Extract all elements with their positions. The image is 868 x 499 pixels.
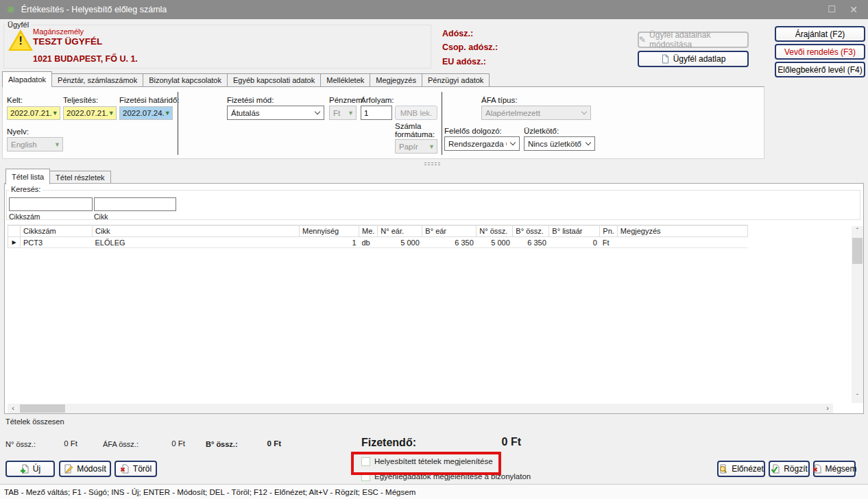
exchange-rate-input[interactable] — [361, 106, 392, 120]
tab-bizonylat-kapcsolatok[interactable]: Bizonylat kapcsolatok — [143, 73, 228, 87]
items-table-header-row: Cikkszám Cikk Mennyiség Me. N° eár. B° e… — [8, 226, 748, 237]
scroll-down-icon[interactable]: ˇ — [852, 392, 863, 403]
maximize-button[interactable]: ☐ — [823, 3, 841, 16]
tab-penzugyi-adatok[interactable]: Pénzügyi adatok — [422, 73, 490, 87]
search-cikk-label: Cikk — [94, 212, 108, 221]
advance-request-letter-button[interactable]: Előlegbekérő levél (F4) — [775, 62, 865, 77]
close-button[interactable]: ✕ — [845, 3, 863, 16]
customer-name: TESZT ÜGYFÉL — [33, 36, 102, 47]
customer-type: Magánszemély — [33, 27, 84, 36]
customer-datasheet-button[interactable]: Ügyfél adatlap — [638, 51, 749, 67]
search-cikkszam-label: Cikkszám — [9, 212, 40, 221]
tab-egyeb-kapcsolati-adatok[interactable]: Egyéb kapcsolati adatok — [227, 73, 321, 87]
column-header[interactable]: Cikk — [93, 226, 300, 237]
horizontal-scrollbar-thumb[interactable] — [20, 404, 65, 413]
edit-icon — [64, 464, 73, 474]
cancel-button[interactable]: Mégsem — [813, 461, 856, 477]
dropdown-arrow-icon: ▼ — [165, 110, 171, 117]
vertical-scrollbar-thumb[interactable] — [852, 238, 863, 264]
net-total-label: N° össz.: — [5, 440, 36, 448]
responsible-employee-combobox[interactable]: Rendszergazda Gé — [444, 136, 520, 151]
cell-n-ossz: 5 000 — [477, 237, 513, 248]
scroll-left-icon[interactable]: ‹ — [8, 404, 19, 413]
scroll-right-icon[interactable]: › — [822, 404, 833, 413]
preview-button[interactable]: Előnézet — [717, 461, 765, 477]
gross-total-value: 0 Ft — [243, 439, 281, 448]
cell-cikk: ELŐLEG — [93, 237, 300, 248]
column-header[interactable]: Me. — [359, 226, 378, 237]
tab-penztar-szamlaszamok[interactable]: Pénztár, számlaszámok — [51, 73, 143, 87]
column-header[interactable]: Megjegyzés — [617, 226, 747, 237]
new-icon — [20, 464, 29, 474]
column-header[interactable]: Mennyiség — [300, 226, 359, 237]
table-row[interactable]: ▶ PCT3 ELŐLEG 1 db 5 000 6 350 5 000 6 3… — [8, 237, 748, 248]
scroll-up-icon[interactable]: ˆ — [852, 226, 863, 237]
vat-total-value: 0 Ft — [147, 439, 185, 448]
search-group-label: Keresés: — [9, 185, 43, 193]
vertical-scrollbar[interactable]: ˆ ˇ — [852, 226, 863, 403]
afa-tipus-label: ÁFA típus: — [481, 96, 517, 104]
main-tabstrip: Alapadatok Pénztár, számlaszámok Bizonyl… — [2, 71, 489, 87]
tab-megjegyzes[interactable]: Megjegyzés — [370, 73, 422, 87]
row-pointer-icon: ▶ — [8, 237, 21, 248]
statusbar: TAB - Mező váltás; F1 - Súgó; INS - Új; … — [0, 484, 868, 499]
column-header[interactable]: N° eár. — [378, 226, 422, 237]
basic-data-panel: Kelt: Teljesítés: Fizetési határidő: 202… — [2, 86, 764, 159]
tab-tetel-reszletek[interactable]: Tétel részletek — [49, 171, 111, 184]
document-icon — [661, 54, 670, 64]
new-item-button[interactable]: Új — [5, 461, 55, 477]
dropdown-arrow-icon: ▼ — [429, 143, 435, 150]
currency-combobox: Ft▼ — [329, 106, 357, 120]
window-title: Értékesítés - Helyesbítő előleg számla — [21, 5, 167, 14]
column-header-selector — [8, 226, 21, 237]
vat-type-combobox: Alapértelmezett — [481, 106, 591, 120]
fizetesi-hatarido-datepicker[interactable]: 2022.07.24.▼ — [119, 106, 173, 120]
teljesites-datepicker[interactable]: 2022.07.21.▼ — [63, 106, 117, 120]
statusbar-text: TAB - Mező váltás; F1 - Súgó; INS - Új; … — [4, 488, 415, 496]
modify-customer-button: ✎ Ügyfél adatainak módosítása — [638, 32, 749, 48]
column-header[interactable]: N° össz. — [477, 226, 513, 237]
payable-label: Fizetendő: — [361, 437, 416, 449]
tab-tetel-lista[interactable]: Tétel lista — [5, 169, 50, 184]
column-header[interactable]: B° eár — [422, 226, 477, 237]
fizetesi-mod-label: Fizetési mód: — [227, 96, 274, 104]
cell-n-ear: 5 000 — [378, 237, 422, 248]
gross-total-label: B° össz.: — [206, 440, 238, 448]
horizontal-scrollbar[interactable]: ‹ › — [8, 404, 833, 413]
items-table: Cikkszám Cikk Mennyiség Me. N° eár. B° e… — [8, 225, 748, 248]
felelos-dolgozo-label: Felelős dolgozó: — [444, 127, 502, 135]
payment-method-combobox[interactable]: Átutalás — [227, 106, 324, 120]
nyelv-label: Nyelv: — [7, 127, 29, 136]
save-button[interactable]: Rögzít — [769, 461, 810, 477]
cancel-icon — [812, 464, 822, 474]
column-header[interactable]: Pn. — [600, 226, 618, 237]
tab-alapadatok[interactable]: Alapadatok — [2, 71, 52, 87]
net-total-value: 0 Ft — [40, 439, 77, 448]
application-window: ❋ Értékesítés - Helyesbítő előleg számla… — [0, 0, 868, 499]
cell-b-listaar: 0 — [549, 237, 600, 248]
sales-agent-combobox[interactable]: Nincs üzletkötő — [524, 136, 595, 151]
payable-value: 0 Ft — [449, 436, 521, 448]
delete-icon — [120, 464, 130, 474]
column-header[interactable]: B° össz. — [513, 226, 549, 237]
kelt-datepicker[interactable]: 2022.07.21.▼ — [7, 106, 60, 120]
splitter-grip[interactable] — [424, 162, 442, 166]
chevron-down-icon — [581, 109, 587, 114]
szamla-formatuma-label-2: formátuma: — [395, 130, 435, 138]
column-header[interactable]: B° listaár — [549, 226, 600, 237]
quote-button[interactable]: Árajánlat (F2) — [775, 26, 865, 42]
items-panel: Keresés: Cikkszám Cikk Cikkszám Cikk Men… — [4, 183, 864, 414]
cell-me: db — [359, 237, 378, 248]
highlight-box — [351, 452, 501, 475]
search-cikkszam-input[interactable] — [9, 197, 93, 211]
dropdown-arrow-icon: ▼ — [108, 110, 114, 117]
vat-total-label: ÁFA össz.: — [103, 440, 138, 448]
app-icon: ❋ — [7, 4, 15, 15]
delete-item-button[interactable]: Töröl — [114, 461, 157, 477]
customer-order-button[interactable]: Vevői rendelés (F3) — [775, 44, 865, 60]
search-cikk-input[interactable] — [94, 197, 176, 211]
szamla-formatuma-label-1: Számla — [395, 122, 421, 130]
tab-mellekletek[interactable]: Mellékletek — [320, 73, 370, 87]
modify-item-button[interactable]: Módosít — [59, 461, 111, 477]
column-header[interactable]: Cikkszám — [21, 226, 93, 237]
